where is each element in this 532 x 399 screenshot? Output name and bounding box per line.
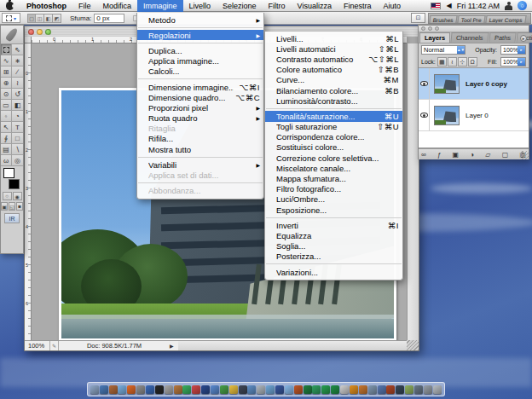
move-tool[interactable]: ⇖ (12, 44, 23, 55)
menubar-item-aiuto[interactable]: Aiuto (377, 0, 407, 12)
menu-item-3[interactable]: Colore automatico⇧⌘B (265, 65, 402, 75)
menu-item-9[interactable]: Togli saturazione⇧⌘U (265, 122, 402, 132)
apple-menu-icon[interactable] (6, 2, 14, 10)
lock-position-icon[interactable]: ⊹ (458, 57, 467, 66)
pen-tool[interactable]: ∮ (1, 133, 12, 144)
menu-item-11[interactable]: Sostituisci colore... (265, 142, 402, 153)
palette-resize-grip[interactable] (520, 151, 529, 159)
new-selection-button[interactable]: ▢ (27, 14, 36, 23)
palette-menu-button[interactable]: ▸ (520, 35, 527, 42)
background-color-swatch[interactable] (9, 179, 20, 189)
menubar-item-immagine[interactable]: Immagine (137, 0, 183, 12)
status-arrow-icon[interactable]: ▶ (170, 343, 178, 349)
dock-icon[interactable] (136, 385, 145, 394)
dodge-tool[interactable]: ◔ (12, 111, 23, 122)
menu-item-2[interactable]: Regolazioni▶ (137, 30, 263, 40)
dock-icon[interactable] (396, 385, 404, 394)
menubar-item-livello[interactable]: Livello (183, 0, 217, 12)
menu-item-19[interactable]: Inverti⌘I (265, 220, 402, 230)
notes-tool[interactable]: ▤ (1, 144, 12, 155)
dock-icon[interactable] (174, 385, 182, 394)
eraser-tool[interactable]: ▭ (1, 100, 12, 111)
intersect-selection-button[interactable]: ◩ (53, 14, 61, 23)
zoom-level-field[interactable]: 100% (25, 341, 50, 350)
tab-layers[interactable]: Layers (419, 32, 450, 43)
dock-icon[interactable] (192, 385, 200, 394)
dock-icon[interactable] (211, 385, 219, 394)
menu-item-21[interactable]: Soglia... (265, 241, 402, 252)
menu-item-16[interactable]: Variabili▶ (137, 159, 263, 170)
menu-item-1[interactable]: Livelli automatici⇧⌘L (265, 43, 402, 54)
dock-icon[interactable] (386, 385, 395, 394)
layer-style-icon[interactable]: ƒ (437, 151, 441, 159)
dock-icon[interactable] (257, 385, 265, 394)
dock-icon[interactable] (312, 385, 321, 394)
menubar-item-visualizza[interactable]: Visualizza (292, 0, 338, 12)
menu-item-16[interactable]: Luci/Ombre... (265, 194, 402, 205)
dock-icon[interactable] (340, 385, 349, 394)
dock-icon[interactable] (247, 385, 256, 394)
tab-paths[interactable]: Paths (489, 32, 516, 43)
dock-icon[interactable] (359, 385, 367, 394)
lock-transparency-icon[interactable]: ▦ (437, 57, 447, 66)
menu-item-9[interactable]: Dimensione quadro...⌥⌘C (137, 92, 263, 102)
well-tab-brushes[interactable]: Brushes (429, 15, 457, 23)
layer-mask-icon[interactable]: ▣ (453, 151, 460, 159)
dock-icon[interactable] (118, 385, 126, 394)
type-tool[interactable]: T (12, 122, 23, 133)
menu-bar-clock[interactable]: Fri 11:42 AM (457, 2, 500, 10)
new-group-icon[interactable]: ▱ (485, 151, 490, 159)
toolbox-header[interactable] (1, 26, 23, 44)
dock-icon[interactable] (350, 385, 358, 394)
dock-icon[interactable] (90, 385, 99, 394)
vertical-scrollbar[interactable] (407, 43, 419, 340)
menu-item-12[interactable]: Correzione colore selettiva... (265, 153, 402, 163)
dock-icon[interactable] (201, 385, 210, 394)
jump-to-imageready-button[interactable]: IR (4, 213, 20, 223)
horizontal-scrollbar[interactable] (178, 340, 407, 350)
dock-icon[interactable] (285, 385, 293, 394)
palette-zoom-button[interactable] (435, 26, 439, 31)
dock-icon[interactable] (100, 385, 108, 394)
well-tab-layer-comps[interactable]: Layer Comps (485, 15, 526, 23)
feather-input[interactable]: 0 px (94, 14, 124, 23)
lock-all-icon[interactable]: Ω (468, 57, 477, 66)
subtract-selection-button[interactable]: ◧ (44, 14, 53, 23)
dock-icon[interactable] (155, 385, 164, 394)
magic-wand-tool[interactable]: ∗ (12, 55, 23, 66)
palette-minimize-button[interactable] (428, 26, 432, 31)
add-selection-button[interactable]: ◫ (36, 14, 44, 23)
menu-item-10[interactable]: Proporzioni pixel▶ (137, 102, 263, 113)
dock-icon[interactable] (182, 385, 191, 394)
menu-item-14[interactable]: Mappa sfumatura... (265, 173, 402, 183)
go-to-bridge-button[interactable]: ⊡ (411, 13, 425, 23)
path-selection-tool[interactable]: ↖ (1, 122, 12, 133)
lock-pixels-icon[interactable]: ≀ (448, 57, 457, 66)
menubar-item-filtro[interactable]: Filtro (263, 0, 292, 12)
menu-item-5[interactable]: Applica immagine... (137, 56, 263, 66)
blend-mode-select[interactable]: Normal▲▼ (421, 45, 466, 55)
menu-item-4[interactable]: Duplica... (137, 45, 263, 55)
fullscreen-button[interactable]: ■ (16, 202, 23, 211)
dock-icon[interactable] (405, 385, 413, 394)
foreground-color-swatch[interactable] (3, 168, 14, 178)
palette-close-button[interactable] (421, 26, 425, 31)
fast-user-switch-icon[interactable] (505, 2, 512, 10)
zoom-tool[interactable]: ◎ (12, 155, 23, 166)
input-language-flag-icon[interactable] (431, 3, 441, 9)
dock-icon[interactable] (294, 385, 303, 394)
window-resize-grip[interactable] (407, 340, 419, 350)
dock-icon[interactable] (239, 385, 247, 394)
dock-icon[interactable] (229, 385, 238, 394)
zoom-window-button[interactable] (45, 29, 51, 35)
clone-stamp-tool[interactable]: ⊙ (1, 89, 12, 100)
dock-icon[interactable] (275, 385, 284, 394)
menu-item-6[interactable]: Luminosità/contrasto... (265, 95, 402, 106)
brush-tool[interactable]: ≀ (12, 78, 23, 89)
visibility-toggle[interactable] (419, 100, 430, 130)
menu-item-22[interactable]: Posterizza... (265, 252, 402, 262)
dock-icon[interactable] (127, 385, 136, 394)
standard-mode-button[interactable]: ○ (3, 192, 12, 200)
menu-item-8[interactable]: Tonalità/saturazione...⌘U (265, 111, 402, 121)
layer-row[interactable]: Layer 0 (419, 100, 529, 131)
